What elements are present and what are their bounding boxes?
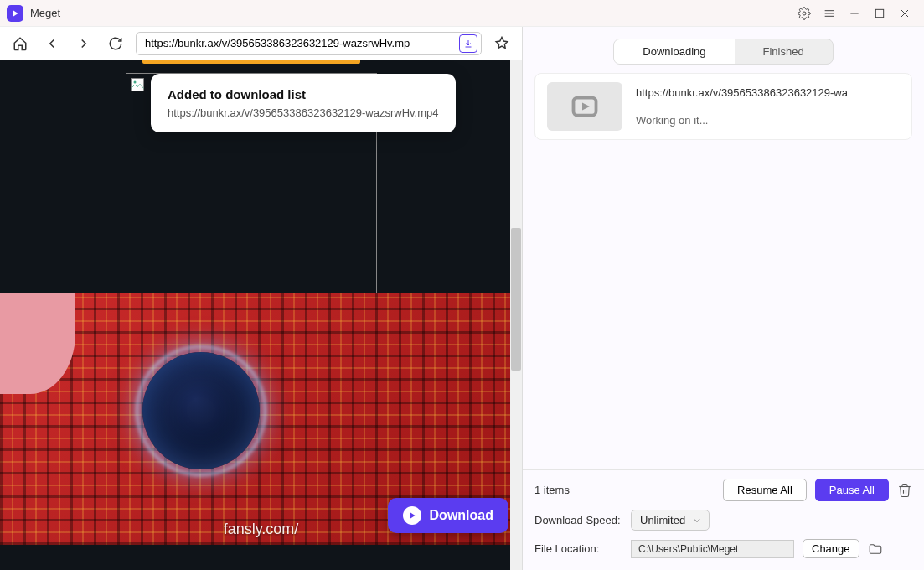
download-url-button[interactable] — [459, 34, 477, 53]
svg-point-10 — [134, 81, 137, 84]
toast-notification: Added to download list https://bunkr.ax/… — [151, 74, 456, 132]
scrollbar[interactable] — [510, 60, 522, 570]
menu-button[interactable] — [817, 1, 842, 26]
broken-image-icon — [130, 77, 145, 92]
browser-toolbar — [0, 27, 522, 60]
speed-label: Download Speed: — [534, 514, 622, 526]
back-button[interactable] — [40, 32, 64, 55]
delete-button[interactable] — [897, 483, 912, 498]
app-title: Meget — [30, 7, 60, 19]
download-icon — [403, 506, 421, 525]
items-count: 1 items — [534, 484, 715, 496]
svg-point-0 — [803, 12, 806, 15]
forward-button[interactable] — [72, 32, 95, 55]
download-item-url: https://bunkr.ax/v/395653386323632129-wa — [636, 86, 900, 99]
home-button[interactable] — [8, 32, 32, 55]
chevron-down-icon — [692, 516, 702, 526]
browser-viewport: fansly.com/ Download Added to download l… — [0, 60, 522, 570]
svg-rect-9 — [132, 79, 144, 91]
tab-finished[interactable]: Finished — [735, 39, 833, 64]
svg-rect-5 — [875, 9, 883, 17]
url-input[interactable] — [145, 37, 459, 49]
maximize-button[interactable] — [867, 1, 892, 26]
settings-button[interactable] — [792, 1, 817, 26]
loading-bar — [142, 60, 360, 64]
pin-button[interactable] — [490, 32, 514, 55]
reload-button[interactable] — [104, 32, 127, 55]
location-input[interactable] — [631, 540, 794, 558]
download-item[interactable]: https://bunkr.ax/v/395653386323632129-wa… — [534, 73, 912, 140]
download-item-status: Working on it... — [636, 114, 900, 127]
pause-all-button[interactable]: Pause All — [815, 479, 889, 501]
toast-title: Added to download list — [168, 87, 439, 101]
download-button-label: Download — [430, 508, 493, 523]
download-list: https://bunkr.ax/v/395653386323632129-wa… — [523, 73, 924, 469]
titlebar: Meget — [0, 0, 924, 27]
speed-select[interactable]: Unlimited — [631, 510, 710, 531]
change-location-button[interactable]: Change — [803, 539, 859, 558]
resume-all-button[interactable]: Resume All — [723, 479, 807, 501]
download-tabs: Downloading Finished — [613, 39, 833, 65]
toast-url: https://bunkr.ax/v/395653386323632129-wa… — [168, 106, 439, 119]
app-logo — [7, 5, 23, 22]
download-footer: 1 items Resume All Pause All Download Sp… — [523, 469, 924, 570]
video-watermark: fansly.com/ — [224, 521, 299, 538]
download-thumbnail — [547, 82, 622, 131]
speed-value: Unlimited — [640, 514, 685, 526]
tab-downloading[interactable]: Downloading — [614, 39, 734, 64]
open-folder-button[interactable] — [868, 542, 883, 557]
scrollbar-thumb[interactable] — [511, 228, 521, 370]
close-button[interactable] — [892, 1, 917, 26]
download-button[interactable]: Download — [388, 498, 508, 533]
minimize-button[interactable] — [842, 1, 867, 26]
url-bar[interactable] — [136, 32, 482, 55]
svg-marker-12 — [582, 103, 590, 111]
location-label: File Location: — [534, 542, 622, 555]
